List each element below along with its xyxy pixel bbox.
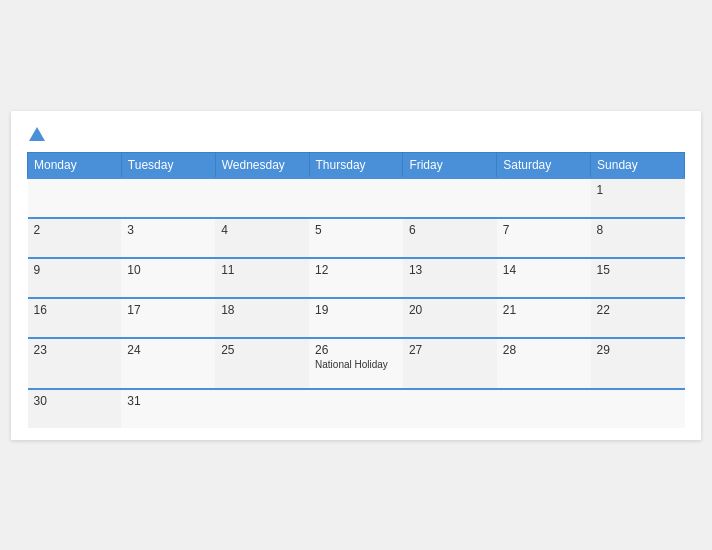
day-number: 7 [503, 223, 585, 237]
calendar-header [27, 127, 685, 142]
day-number: 9 [34, 263, 116, 277]
calendar-day-cell [215, 389, 309, 428]
calendar-day-cell: 18 [215, 298, 309, 338]
day-number: 20 [409, 303, 491, 317]
day-number: 23 [34, 343, 116, 357]
day-number: 3 [127, 223, 209, 237]
day-number: 8 [597, 223, 679, 237]
day-number: 17 [127, 303, 209, 317]
weekday-header-sunday: Sunday [591, 152, 685, 178]
calendar-week-row: 23242526National Holiday272829 [28, 338, 685, 389]
calendar-day-cell [403, 389, 497, 428]
day-number: 28 [503, 343, 585, 357]
calendar-day-cell: 28 [497, 338, 591, 389]
calendar-day-cell: 5 [309, 218, 403, 258]
calendar-table: MondayTuesdayWednesdayThursdayFridaySatu… [27, 152, 685, 428]
calendar-day-cell [497, 178, 591, 218]
logo [27, 127, 45, 142]
day-number: 1 [597, 183, 679, 197]
day-number: 29 [597, 343, 679, 357]
day-number: 14 [503, 263, 585, 277]
calendar-day-cell: 27 [403, 338, 497, 389]
weekday-header-friday: Friday [403, 152, 497, 178]
calendar-day-cell: 20 [403, 298, 497, 338]
day-number: 15 [597, 263, 679, 277]
day-number: 6 [409, 223, 491, 237]
calendar-day-cell: 7 [497, 218, 591, 258]
day-number: 5 [315, 223, 397, 237]
weekday-header-wednesday: Wednesday [215, 152, 309, 178]
day-number: 11 [221, 263, 303, 277]
day-number: 10 [127, 263, 209, 277]
calendar-day-cell: 4 [215, 218, 309, 258]
calendar-day-cell [215, 178, 309, 218]
calendar-day-cell: 23 [28, 338, 122, 389]
calendar-day-cell: 29 [591, 338, 685, 389]
calendar-day-cell [121, 178, 215, 218]
calendar-day-cell: 31 [121, 389, 215, 428]
logo-triangle-icon [29, 127, 45, 141]
day-number: 24 [127, 343, 209, 357]
calendar-week-row: 9101112131415 [28, 258, 685, 298]
calendar-day-cell: 17 [121, 298, 215, 338]
calendar-day-cell: 22 [591, 298, 685, 338]
day-number: 22 [597, 303, 679, 317]
calendar-day-cell: 2 [28, 218, 122, 258]
calendar-day-cell: 10 [121, 258, 215, 298]
calendar-day-cell: 25 [215, 338, 309, 389]
calendar-day-cell: 6 [403, 218, 497, 258]
day-number: 27 [409, 343, 491, 357]
holiday-label: National Holiday [315, 359, 397, 370]
weekday-header-saturday: Saturday [497, 152, 591, 178]
day-number: 4 [221, 223, 303, 237]
calendar-day-cell [28, 178, 122, 218]
calendar-day-cell [309, 178, 403, 218]
day-number: 2 [34, 223, 116, 237]
calendar-day-cell: 11 [215, 258, 309, 298]
day-number: 25 [221, 343, 303, 357]
day-number: 21 [503, 303, 585, 317]
calendar-day-cell: 1 [591, 178, 685, 218]
weekday-header-tuesday: Tuesday [121, 152, 215, 178]
weekday-header-monday: Monday [28, 152, 122, 178]
calendar-day-cell: 9 [28, 258, 122, 298]
calendar-day-cell: 21 [497, 298, 591, 338]
calendar-week-row: 1 [28, 178, 685, 218]
day-number: 31 [127, 394, 209, 408]
day-number: 16 [34, 303, 116, 317]
day-number: 30 [34, 394, 116, 408]
weekday-header-thursday: Thursday [309, 152, 403, 178]
calendar-day-cell [591, 389, 685, 428]
calendar-day-cell: 24 [121, 338, 215, 389]
day-number: 26 [315, 343, 397, 357]
calendar-day-cell: 13 [403, 258, 497, 298]
calendar-day-cell: 26National Holiday [309, 338, 403, 389]
day-number: 19 [315, 303, 397, 317]
calendar-day-cell: 8 [591, 218, 685, 258]
day-number: 12 [315, 263, 397, 277]
calendar-day-cell: 14 [497, 258, 591, 298]
day-number: 18 [221, 303, 303, 317]
calendar-week-row: 16171819202122 [28, 298, 685, 338]
calendar-week-row: 3031 [28, 389, 685, 428]
calendar-day-cell [497, 389, 591, 428]
day-number: 13 [409, 263, 491, 277]
calendar-day-cell: 19 [309, 298, 403, 338]
calendar-day-cell: 12 [309, 258, 403, 298]
calendar-week-row: 2345678 [28, 218, 685, 258]
calendar-container: MondayTuesdayWednesdayThursdayFridaySatu… [11, 111, 701, 440]
calendar-day-cell [309, 389, 403, 428]
calendar-day-cell: 15 [591, 258, 685, 298]
calendar-day-cell: 16 [28, 298, 122, 338]
calendar-day-cell [403, 178, 497, 218]
calendar-day-cell: 3 [121, 218, 215, 258]
weekday-header-row: MondayTuesdayWednesdayThursdayFridaySatu… [28, 152, 685, 178]
calendar-day-cell: 30 [28, 389, 122, 428]
